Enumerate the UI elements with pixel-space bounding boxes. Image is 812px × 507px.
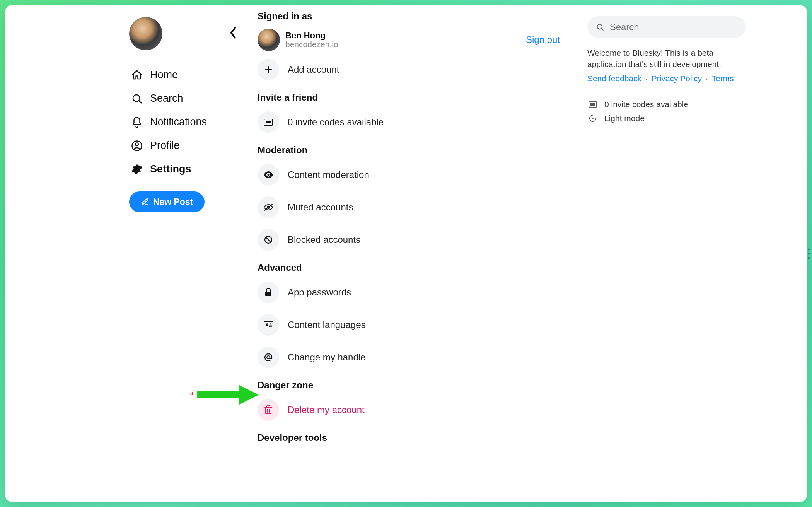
language-icon: Aあ bbox=[258, 314, 279, 336]
invite-title: Invite a friend bbox=[258, 92, 560, 103]
invite-codes-row[interactable]: 0 invite codes available bbox=[258, 106, 560, 138]
settings-main: Signed in as Ben Hong bencodezen.io Sign… bbox=[247, 5, 570, 502]
sign-out-link[interactable]: Sign out bbox=[526, 34, 560, 45]
app-passwords-label: App passwords bbox=[288, 287, 351, 298]
ticket-icon bbox=[587, 101, 598, 108]
account-avatar[interactable] bbox=[258, 29, 280, 51]
annotation-d: d bbox=[190, 391, 193, 396]
svg-line-1 bbox=[139, 101, 141, 103]
svg-line-21 bbox=[601, 29, 603, 31]
svg-point-3 bbox=[135, 143, 138, 146]
svg-text:あ: あ bbox=[269, 323, 273, 327]
search-icon bbox=[596, 22, 604, 32]
svg-rect-13 bbox=[265, 292, 271, 296]
plus-icon bbox=[258, 59, 279, 80]
svg-text:A: A bbox=[266, 323, 268, 327]
search-icon bbox=[131, 93, 143, 104]
light-mode-label: Light mode bbox=[604, 114, 645, 123]
add-account-label: Add account bbox=[288, 64, 339, 75]
nav-label: Settings bbox=[150, 163, 191, 175]
account-row: Ben Hong bencodezen.io Sign out bbox=[258, 25, 560, 53]
chevron-left-icon bbox=[229, 26, 238, 39]
nav-search[interactable]: Search bbox=[129, 88, 247, 109]
eye-icon bbox=[258, 164, 279, 186]
nav-label: Search bbox=[150, 92, 183, 104]
blocked-accounts-row[interactable]: Blocked accounts bbox=[258, 224, 560, 256]
signed-in-title: Signed in as bbox=[258, 11, 560, 22]
content-moderation-label: Content moderation bbox=[288, 169, 369, 180]
sidebar-header bbox=[129, 17, 247, 50]
nav-notifications[interactable]: Notifications bbox=[129, 111, 247, 133]
eye-slash-icon bbox=[258, 196, 279, 218]
svg-line-12 bbox=[266, 237, 271, 242]
change-handle-row[interactable]: Change my handle bbox=[258, 341, 560, 374]
muted-accounts-label: Muted accounts bbox=[288, 202, 353, 213]
nav-settings[interactable]: Settings bbox=[129, 159, 247, 180]
right-invite-label: 0 invite codes available bbox=[604, 100, 688, 109]
delete-account-row[interactable]: Delete my account bbox=[258, 394, 560, 426]
app-passwords-row[interactable]: App passwords bbox=[258, 276, 560, 309]
svg-point-8 bbox=[268, 174, 270, 176]
new-post-label: New Post bbox=[153, 197, 193, 207]
delete-account-label: Delete my account bbox=[288, 405, 365, 415]
invite-codes-label: 0 invite codes available bbox=[288, 117, 384, 128]
trash-icon bbox=[258, 399, 279, 421]
content-moderation-row[interactable]: Content moderation bbox=[258, 159, 560, 191]
advanced-title: Advanced bbox=[258, 262, 560, 273]
change-handle-label: Change my handle bbox=[288, 352, 365, 363]
user-circle-icon bbox=[131, 140, 143, 152]
right-invite-row[interactable]: 0 invite codes available bbox=[587, 97, 791, 111]
right-sidebar: Welcome to Bluesky! This is a beta appli… bbox=[570, 5, 807, 502]
search-input[interactable] bbox=[610, 22, 737, 32]
nav-label: Home bbox=[150, 69, 178, 81]
content-languages-row[interactable]: Aあ Content languages bbox=[258, 309, 560, 341]
privacy-policy-link[interactable]: Privacy Policy bbox=[652, 74, 702, 83]
block-icon bbox=[258, 229, 279, 251]
gear-icon bbox=[131, 164, 143, 175]
window-control-dots bbox=[808, 248, 810, 259]
add-account-row[interactable]: Add account bbox=[258, 53, 560, 86]
welcome-text: Welcome to Bluesky! This is a beta appli… bbox=[587, 47, 742, 70]
send-feedback-link[interactable]: Send feedback bbox=[587, 74, 641, 83]
svg-rect-7 bbox=[266, 121, 271, 123]
new-post-button[interactable]: New Post bbox=[129, 191, 205, 212]
blocked-accounts-label: Blocked accounts bbox=[288, 234, 360, 245]
app-window: Home Search Notifications bbox=[5, 5, 807, 502]
compose-icon bbox=[141, 198, 149, 206]
search-box[interactable] bbox=[587, 16, 746, 38]
footer-links: Send feedback · Privacy Policy · Terms bbox=[587, 74, 791, 83]
terms-link[interactable]: Terms bbox=[712, 74, 734, 83]
moon-icon bbox=[587, 114, 598, 123]
muted-accounts-row[interactable]: Muted accounts bbox=[258, 191, 560, 224]
lock-icon bbox=[258, 282, 279, 303]
moderation-title: Moderation bbox=[258, 145, 560, 155]
developer-title: Developer tools bbox=[258, 432, 560, 443]
nav-label: Profile bbox=[150, 140, 180, 152]
avatar[interactable] bbox=[129, 17, 162, 50]
nav-label: Notifications bbox=[150, 116, 207, 128]
nav-home[interactable]: Home bbox=[129, 64, 247, 85]
account-name: Ben Hong bbox=[285, 31, 338, 41]
content-languages-label: Content languages bbox=[288, 319, 366, 330]
svg-point-17 bbox=[267, 356, 270, 359]
ticket-icon bbox=[258, 111, 279, 133]
light-mode-row[interactable]: Light mode bbox=[587, 111, 791, 125]
danger-title: Danger zone bbox=[258, 380, 560, 391]
back-button[interactable] bbox=[229, 26, 238, 41]
nav-profile[interactable]: Profile bbox=[129, 135, 247, 156]
at-icon bbox=[258, 347, 279, 368]
home-icon bbox=[131, 69, 143, 81]
left-sidebar: Home Search Notifications bbox=[5, 5, 247, 502]
bell-icon bbox=[131, 116, 143, 128]
account-handle: bencodezen.io bbox=[285, 40, 338, 49]
divider bbox=[587, 92, 746, 92]
nav-list: Home Search Notifications bbox=[129, 64, 247, 180]
svg-rect-23 bbox=[590, 103, 595, 106]
